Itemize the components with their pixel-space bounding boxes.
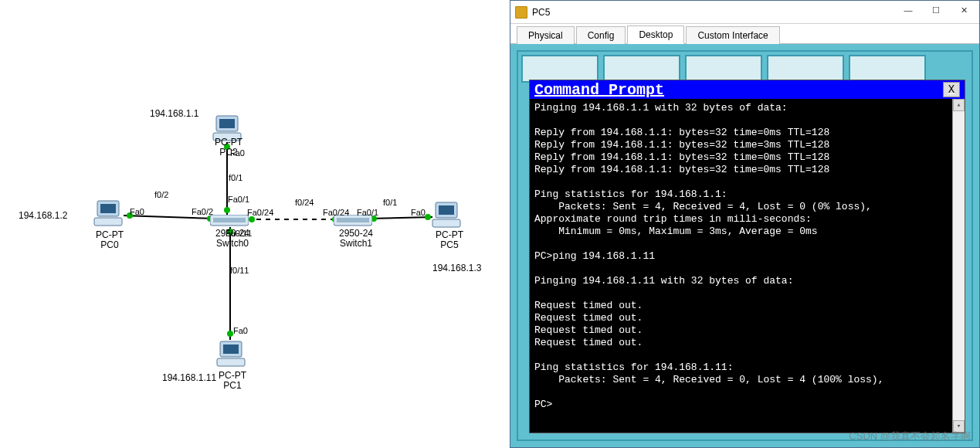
port-sw0-fa024: Fa0/24 [247, 208, 273, 217]
desktop-app-icon[interactable] [685, 55, 762, 83]
svg-line-12 [369, 217, 432, 219]
command-prompt-window: Command Prompt X Pinging 194.168.1.1 wit… [529, 80, 965, 433]
tab-strip: Physical Config Desktop Custom Interface [510, 24, 979, 44]
port-sw0-fa02: Fa0/2 [192, 207, 213, 216]
port-f011: f0/11 [230, 266, 249, 275]
network-topology-canvas[interactable]: PC-PTPC2 PC-PTPC0 PC-PTPC1 PC-PTPC5 2950… [0, 0, 510, 448]
close-button[interactable]: ✕ [950, 1, 978, 19]
minimize-button[interactable]: — [894, 1, 922, 19]
port-f01b: f0/1 [383, 198, 397, 207]
port-pc5-fa0: Fa0 [411, 208, 426, 217]
tab-custom-interface[interactable]: Custom Interface [686, 26, 779, 44]
port-pc0-fa0: Fa0 [130, 207, 144, 216]
command-prompt-body[interactable]: Pinging 194.168.1.1 with 32 bytes of dat… [530, 99, 965, 433]
desktop-pane: Command Prompt X Pinging 194.168.1.1 wit… [510, 44, 979, 447]
ip-pc0: 194.168.1.2 [19, 210, 67, 221]
svg-rect-20 [94, 218, 122, 226]
port-sw0-fa011: Fa0/11 [226, 229, 252, 238]
label-switch1: 2950-24Switch1 [321, 229, 391, 249]
svg-point-8 [227, 331, 233, 337]
svg-rect-25 [439, 205, 454, 215]
svg-rect-28 [213, 218, 246, 222]
label-pc5: PC-PTPC5 [426, 230, 473, 250]
watermark: CSDN @我真不会起名字啊 [849, 429, 971, 443]
port-pc2-fa0: Fa0 [230, 148, 245, 158]
label-pc0: PC-PTPC0 [86, 230, 133, 250]
desktop-app-icon[interactable] [603, 55, 680, 83]
svg-rect-23 [217, 358, 245, 366]
svg-rect-22 [223, 344, 239, 354]
svg-point-10 [249, 216, 255, 222]
port-sw0-fa01: Fa0/1 [228, 195, 249, 204]
command-prompt-title: Command Prompt [534, 81, 664, 99]
pc5-window: PC5 — ☐ ✕ Physical Config Desktop Custom… [510, 0, 980, 448]
app-icon [515, 6, 527, 19]
svg-rect-30 [337, 218, 369, 222]
desktop-app-icon[interactable] [849, 55, 926, 83]
tab-config[interactable]: Config [576, 26, 626, 44]
tab-desktop[interactable]: Desktop [627, 25, 684, 44]
scroll-up-icon[interactable]: ▴ [953, 99, 965, 111]
svg-rect-19 [100, 204, 116, 213]
port-sw1-fa024: Fa0/24 [323, 208, 349, 217]
desktop-app-icon[interactable] [767, 55, 844, 83]
titlebar[interactable]: PC5 — ☐ ✕ [510, 1, 979, 24]
maximize-button[interactable]: ☐ [922, 1, 950, 19]
port-f02: f0/2 [154, 190, 168, 199]
command-prompt-close-button[interactable]: X [943, 82, 960, 97]
port-pc1-fa0: Fa0 [233, 326, 248, 335]
command-prompt-text: Pinging 194.168.1.1 with 32 bytes of dat… [534, 102, 883, 410]
ip-pc2: 194.168.1.1 [150, 108, 198, 119]
scrollbar[interactable]: ▴▾ [952, 99, 965, 433]
port-f024: f0/24 [295, 198, 314, 207]
svg-point-2 [224, 207, 230, 213]
ip-pc1: 194.168.1.11 [162, 372, 216, 383]
label-pc2: PC-PTPC2 [205, 137, 252, 158]
ip-pc5: 194.168.1.3 [432, 263, 481, 273]
svg-rect-16 [219, 119, 235, 128]
command-prompt-titlebar[interactable]: Command Prompt X [530, 80, 965, 99]
svg-point-14 [425, 214, 431, 220]
tab-physical[interactable]: Physical [517, 26, 575, 44]
window-title: PC5 [532, 7, 894, 18]
port-f01: f0/1 [229, 173, 242, 182]
svg-rect-26 [432, 219, 460, 227]
port-sw1-fa01: Fa0/1 [357, 208, 378, 217]
desktop-app-icon[interactable] [521, 55, 599, 83]
